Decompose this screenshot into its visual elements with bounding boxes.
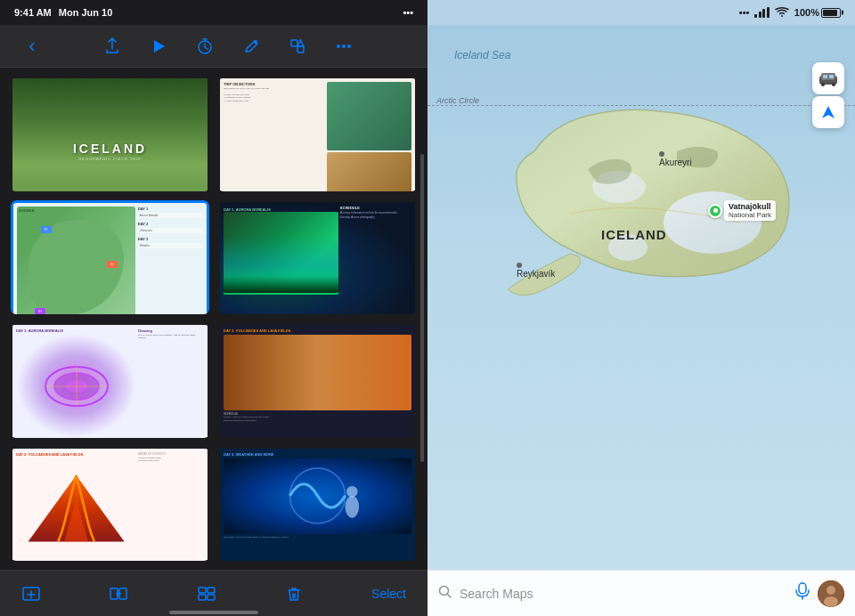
svg-rect-25 [208, 588, 215, 593]
reykjavik-label: Reykjavík [517, 263, 555, 279]
slide-item-7[interactable]: DAY 2: VOLCANOES AND LAVA FIELDS [11, 447, 209, 562]
slide-item-2[interactable]: TRIP OBJECTIVES WELCOME TO THE LAND OF F… [218, 77, 417, 191]
navigate-button[interactable] [812, 96, 844, 128]
maps-status-bar: ••• 100% [428, 0, 855, 25]
keynote-time: 9:41 AM [14, 7, 52, 18]
keynote-toolbar: ‹ [0, 25, 428, 68]
group-button[interactable] [190, 580, 224, 607]
user-avatar[interactable] [818, 580, 844, 607]
akureyri-label: Akureyri [659, 151, 692, 167]
map-background: Arctic Circle Iceland Sea ICELAND Akurey… [428, 0, 855, 616]
arctic-circle-label: Arctic Circle [436, 96, 479, 105]
svg-rect-3 [291, 40, 297, 46]
slide-item-6[interactable]: DAY 2: VOLCANOES AND LAVA FIELDS SCHEDUL… [218, 323, 417, 438]
svg-point-17 [346, 495, 360, 517]
keynote-bottom-bar: Select [0, 570, 428, 616]
signal-indicator [754, 7, 770, 18]
keynote-dots: ••• [403, 7, 413, 18]
battery-indicator: 100% [794, 7, 841, 18]
delete-slide-button[interactable] [277, 580, 311, 607]
slide-2-title: TRIP OBJECTIVES [224, 82, 325, 86]
maps-search-bar: Search Maps [428, 570, 855, 616]
slide-item-5[interactable]: DAY 1: AURORA BOREALIS Dr [11, 323, 209, 438]
share-button[interactable] [98, 32, 126, 61]
add-slide-button[interactable] [14, 580, 48, 607]
svg-point-2 [254, 40, 257, 44]
shapes-button[interactable] [283, 32, 312, 61]
svg-rect-27 [208, 595, 215, 600]
svg-marker-0 [154, 40, 165, 53]
more-button[interactable] [330, 32, 358, 61]
vatnajokull-pin[interactable]: Vatnajökull National Park [708, 200, 776, 221]
keynote-app: 9:41 AM Mon Jun 10 ••• ‹ [0, 0, 428, 616]
maps-controls [812, 62, 844, 128]
keynote-status-bar: 9:41 AM Mon Jun 10 ••• [0, 0, 428, 25]
timer-button[interactable] [191, 32, 219, 61]
slide-item-3[interactable]: AGENDA D1 D2 D3 DAY 1 Aurora Borealis DA… [11, 200, 209, 315]
svg-rect-24 [199, 588, 206, 593]
select-button[interactable]: Select [364, 583, 413, 604]
scrollbar[interactable] [420, 154, 424, 462]
maps-app: Arctic Circle Iceland Sea ICELAND Akurey… [428, 0, 855, 616]
svg-point-33 [821, 83, 825, 86]
svg-rect-38 [799, 583, 806, 594]
slide-item-1[interactable]: ICELAND GEOGRAPHIC FIELD TRIP 1 [11, 77, 209, 191]
arctic-circle-line [428, 105, 855, 106]
svg-rect-26 [199, 595, 206, 600]
svg-point-41 [826, 586, 835, 595]
vatnajokull-label: Vatnajökull [729, 202, 771, 211]
svg-point-42 [824, 596, 838, 607]
keynote-date: Mon Jun 10 [59, 7, 113, 18]
svg-marker-5 [297, 40, 304, 46]
svg-point-7 [342, 45, 346, 48]
svg-point-29 [608, 234, 647, 261]
svg-point-6 [337, 45, 340, 48]
draw-button[interactable] [237, 32, 265, 61]
slides-container: ICELAND GEOGRAPHIC FIELD TRIP 1 TRIP OBJ… [0, 68, 428, 570]
national-park-label: National Park [729, 211, 771, 219]
home-indicator [169, 611, 258, 614]
transition-button[interactable] [102, 580, 135, 607]
svg-point-34 [832, 83, 835, 86]
search-icon [438, 585, 452, 603]
back-button[interactable]: ‹ [18, 32, 46, 61]
maps-dots: ••• [739, 7, 750, 18]
slide-item-4[interactable]: DAY 1: AURORA BOREALIS SCHEDULE Morning:… [218, 200, 417, 315]
microphone-button[interactable] [794, 582, 810, 604]
search-input[interactable]: Search Maps [460, 587, 787, 601]
drive-mode-button[interactable] [812, 62, 844, 94]
svg-point-18 [346, 486, 357, 497]
wifi-icon [775, 7, 789, 18]
svg-rect-36 [829, 75, 834, 78]
svg-rect-35 [823, 75, 827, 78]
play-button[interactable] [144, 32, 173, 61]
svg-rect-4 [297, 46, 304, 53]
slide-item-8[interactable]: DAY 3: WEATHER AND MORE Information abou… [218, 447, 417, 562]
svg-point-8 [347, 45, 351, 48]
